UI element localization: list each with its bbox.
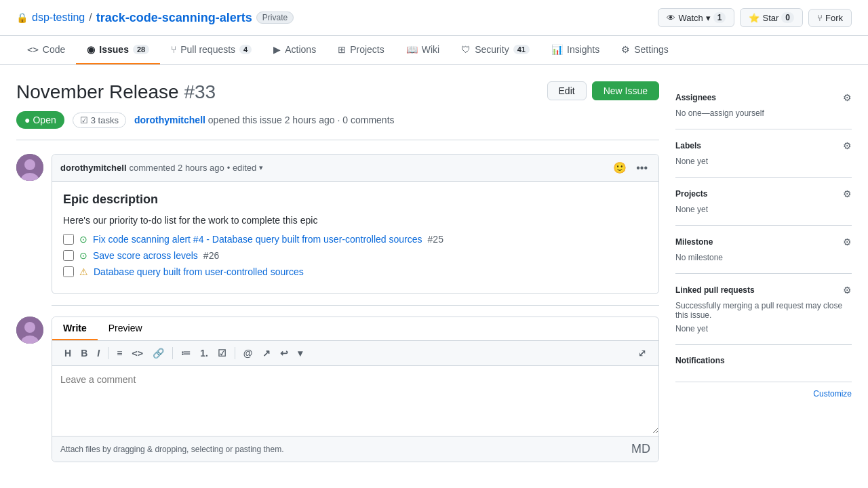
watch-button[interactable]: 👁 Watch ▾ 1	[658, 8, 734, 27]
comment-container: dorothymitchell commented 2 hours ago • …	[16, 154, 659, 294]
new-issue-button[interactable]: New Issue	[592, 81, 659, 100]
toolbar-ordered-list[interactable]: 1.	[196, 345, 212, 361]
issues-icon: ◉	[87, 44, 95, 55]
projects-value: None yet	[675, 205, 852, 214]
author-link[interactable]: dorothymitchell	[134, 115, 205, 125]
toolbar-mention[interactable]: @	[239, 345, 257, 361]
smiley-button[interactable]: 🙂	[610, 160, 629, 176]
sidebar-labels-title: Labels	[675, 141, 701, 150]
task-link-1[interactable]: Fix code scanning alert #4 - Database qu…	[93, 234, 422, 245]
star-button[interactable]: ⭐ Star 0	[740, 8, 803, 27]
main-content: November Release #33 Edit New Issue ● Op…	[0, 65, 868, 479]
task-list: ⊙ Fix code scanning alert #4 - Database …	[63, 234, 648, 277]
fork-button[interactable]: ⑂ Fork	[808, 9, 852, 27]
sidebar-milestone: Milestone ⚙ No milestone	[675, 226, 852, 274]
write-toolbar: H B I ≡ <> 🔗 ≔ 1. ☑ @ ↗ ↩ ▾	[52, 341, 658, 366]
edited-chevron[interactable]: ▾	[259, 163, 263, 172]
toolbar-sep-2	[172, 347, 173, 359]
pr-badge: 4	[239, 45, 252, 54]
sidebar-projects-title: Projects	[675, 189, 707, 199]
actions-icon: ▶	[273, 44, 281, 55]
task-checkbox-3[interactable]	[63, 266, 74, 277]
toolbar-italic[interactable]: I	[93, 345, 104, 361]
toolbar-quote[interactable]: ≡	[113, 345, 126, 361]
settings-icon: ⚙	[621, 44, 630, 55]
opened-text: opened this issue 2 hours ago · 0 commen…	[208, 115, 395, 125]
assignees-gear-button[interactable]: ⚙	[843, 92, 852, 103]
task-item: ⊙ Save score across levels #26	[63, 250, 648, 261]
open-circle-icon: ●	[24, 115, 30, 125]
tasks-icon: ☑	[80, 115, 88, 125]
pr-icon: ⑂	[171, 44, 176, 55]
star-label: Star	[762, 13, 778, 23]
linked-prs-gear-button[interactable]: ⚙	[843, 285, 852, 296]
tab-code[interactable]: <> Code	[16, 36, 76, 64]
labels-gear-button[interactable]: ⚙	[843, 140, 852, 151]
fork-label: Fork	[825, 13, 843, 23]
tab-security-label: Security	[475, 44, 509, 55]
edit-button[interactable]: Edit	[547, 81, 587, 100]
code-icon: <>	[27, 44, 39, 55]
toolbar-code[interactable]: <>	[127, 345, 147, 361]
tab-settings[interactable]: ⚙ Settings	[610, 36, 679, 64]
comment-edited: • edited	[227, 163, 257, 173]
toolbar-undo[interactable]: ↩	[276, 345, 292, 361]
task-link-2[interactable]: Save score across levels	[93, 250, 198, 261]
toolbar-unordered-list[interactable]: ≔	[177, 345, 195, 361]
comment-textarea[interactable]	[52, 366, 658, 434]
tab-security[interactable]: 🛡 Security 41	[450, 36, 540, 64]
task-checkbox-1[interactable]	[63, 234, 74, 245]
chevron-down-icon: ▾	[706, 13, 711, 23]
preview-tab[interactable]: Preview	[98, 317, 153, 340]
markdown-icon: MD	[631, 442, 650, 456]
tab-insights[interactable]: 📊 Insights	[540, 36, 610, 64]
milestone-gear-button[interactable]: ⚙	[843, 237, 852, 247]
comment-author: dorothymitchell	[60, 163, 127, 173]
comment-intro: Here's our priority to-do list for the w…	[63, 215, 648, 226]
sidebar-linked-prs-title: Linked pull requests	[675, 285, 755, 295]
alert-icon-3: ⚠	[79, 266, 88, 277]
avatar	[16, 154, 43, 181]
tasks-text: 3 tasks	[91, 115, 119, 125]
toolbar-link[interactable]: 🔗	[149, 345, 168, 361]
comment-header: dorothymitchell commented 2 hours ago • …	[52, 155, 658, 182]
comment-separator	[52, 305, 659, 306]
tab-issues-label: Issues	[99, 44, 129, 55]
toolbar-heading[interactable]: H	[60, 345, 75, 361]
sidebar-notifications-title: Notifications	[675, 356, 725, 365]
sidebar-projects: Projects ⚙ None yet	[675, 178, 852, 226]
repo-name-link[interactable]: track-code-scanning-alerts	[96, 11, 252, 25]
comment-box: dorothymitchell commented 2 hours ago • …	[52, 154, 659, 294]
repo-owner-link[interactable]: dsp-testing	[32, 12, 85, 24]
tab-wiki[interactable]: 📖 Wiki	[395, 36, 450, 64]
task-checkbox-2[interactable]	[63, 250, 74, 261]
tab-issues[interactable]: ◉ Issues 28	[76, 36, 160, 64]
toolbar-bold[interactable]: B	[77, 345, 92, 361]
sidebar-milestone-header: Milestone ⚙	[675, 237, 852, 247]
projects-gear-button[interactable]: ⚙	[843, 188, 852, 199]
sidebar-labels-header: Labels ⚙	[675, 140, 852, 151]
tab-code-label: Code	[43, 44, 65, 55]
toolbar-fullscreen[interactable]: ⤢	[634, 345, 650, 361]
more-options-button[interactable]: •••	[633, 161, 650, 176]
task-link-3[interactable]: Database query built from user-controlle…	[94, 266, 304, 277]
sidebar-milestone-title: Milestone	[675, 237, 713, 247]
in-progress-icon-2: ⊙	[79, 250, 87, 261]
repo-nav: <> Code ◉ Issues 28 ⑂ Pull requests 4 ▶ …	[0, 36, 868, 65]
write-tab[interactable]: Write	[52, 317, 98, 340]
customize-link[interactable]: Customize	[813, 389, 852, 399]
tab-wiki-label: Wiki	[422, 44, 439, 55]
toolbar-sep-3	[235, 347, 235, 359]
sidebar-assignees-header: Assignees ⚙	[675, 92, 852, 103]
toolbar-task-list[interactable]: ☑	[214, 345, 231, 361]
sidebar-linked-prs-header: Linked pull requests ⚙	[675, 285, 852, 296]
issue-number: #33	[184, 81, 216, 102]
insights-icon: 📊	[551, 44, 563, 55]
lock-icon: 🔒	[16, 12, 28, 23]
toolbar-ref[interactable]: ↗	[258, 345, 275, 361]
tab-projects[interactable]: ⊞ Projects	[327, 36, 395, 64]
toolbar-undo-chevron[interactable]: ▾	[294, 345, 307, 361]
tab-pull-requests[interactable]: ⑂ Pull requests 4	[160, 36, 262, 64]
task-item: ⊙ Fix code scanning alert #4 - Database …	[63, 234, 648, 245]
tab-actions[interactable]: ▶ Actions	[262, 36, 327, 64]
